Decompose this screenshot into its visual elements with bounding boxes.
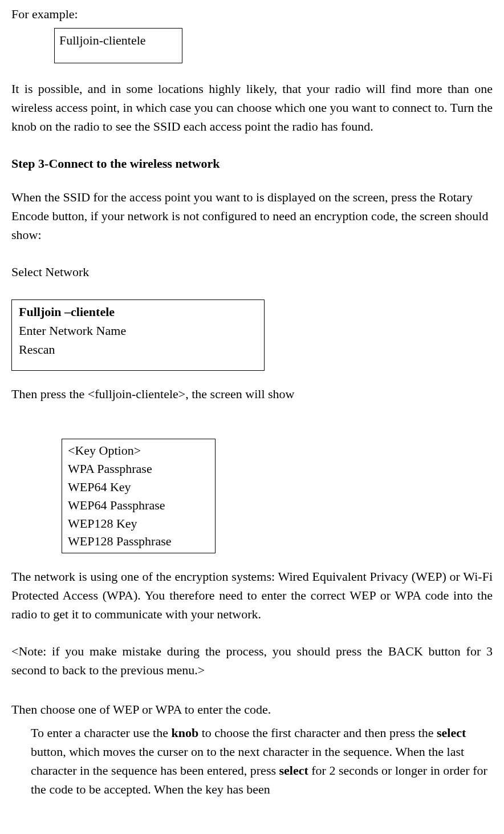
paragraph-5: Then choose one of WEP or WPA to enter t… (11, 700, 493, 719)
key-option-header: <Key Option> (68, 442, 209, 460)
network-option-2: Enter Network Name (19, 321, 257, 340)
para6-text-1: To enter a character use the (31, 726, 171, 740)
example-box-1: Fulljoin-clientele (54, 28, 182, 63)
paragraph-6: To enter a character use the knob to cho… (11, 723, 493, 799)
network-option-3: Rescan (19, 340, 257, 359)
key-option-wpa: WPA Passphrase (68, 460, 209, 478)
key-option-wep64-key: WEP64 Key (68, 478, 209, 496)
select-network-label: Select Network (11, 262, 493, 281)
para6-text-2: to choose the first character and then p… (198, 726, 437, 740)
key-option-wep64-pass: WEP64 Passphrase (68, 496, 209, 515)
select-network-box: Fulljoin –clientele Enter Network Name R… (11, 299, 265, 371)
example-box-1-text: Fulljoin-clientele (59, 31, 177, 50)
para6-bold-select-1: select (437, 726, 466, 740)
key-option-wep128-key: WEP128 Key (68, 515, 209, 533)
intro-label: For example: (11, 5, 493, 23)
para6-bold-knob: knob (171, 726, 198, 740)
paragraph-3: Then press the <fulljoin-clientele>, the… (11, 384, 493, 403)
paragraph-4: The network is using one of the encrypti… (11, 567, 493, 624)
paragraph-2: When the SSID for the access point you w… (11, 188, 493, 244)
key-option-wep128-pass: WEP128 Passphrase (68, 532, 209, 550)
paragraph-1: It is possible, and in some locations hi… (11, 79, 493, 136)
key-option-box: <Key Option> WPA Passphrase WEP64 Key WE… (62, 439, 216, 553)
step3-heading: Step 3-Connect to the wireless network (11, 154, 493, 173)
note-paragraph: <Note: if you make mistake during the pr… (11, 642, 493, 679)
network-option-1: Fulljoin –clientele (19, 302, 257, 321)
para6-bold-select-2: select (279, 763, 308, 778)
